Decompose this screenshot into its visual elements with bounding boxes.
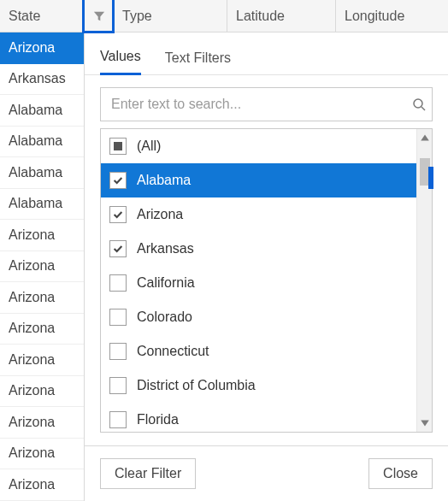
checkbox[interactable] bbox=[109, 309, 127, 326]
value-label: Alabama bbox=[137, 173, 408, 188]
grid-header-row: State Type Latitude Longitude bbox=[0, 0, 448, 32]
state-cell[interactable]: Alabama bbox=[0, 189, 84, 221]
search-icon[interactable] bbox=[412, 97, 426, 111]
checkbox[interactable] bbox=[109, 138, 127, 155]
app-root: State Type Latitude Longitude ArizonaArk… bbox=[0, 0, 448, 501]
column-header-longitude[interactable]: Longitude bbox=[336, 0, 448, 32]
column-header-label: State bbox=[9, 9, 40, 24]
value-label: (All) bbox=[137, 139, 408, 154]
check-icon bbox=[112, 243, 124, 255]
value-label: Arkansas bbox=[137, 241, 408, 256]
state-cell-label: Arizona bbox=[9, 40, 55, 56]
state-cell[interactable]: Alabama bbox=[0, 127, 84, 158]
checkbox[interactable] bbox=[109, 377, 127, 394]
state-cell-label: Arizona bbox=[9, 258, 55, 274]
tab-label: Text Filters bbox=[165, 50, 231, 65]
value-label: Colorado bbox=[137, 309, 408, 325]
state-cell[interactable]: Arizona bbox=[0, 32, 84, 64]
column-header-latitude[interactable]: Latitude bbox=[227, 0, 336, 32]
value-row[interactable]: Arizona bbox=[101, 197, 416, 232]
button-label: Close bbox=[383, 466, 418, 480]
state-cell-label: Alabama bbox=[9, 103, 62, 118]
funnel-icon bbox=[93, 10, 105, 22]
button-label: Clear Filter bbox=[115, 466, 181, 480]
svg-line-1 bbox=[421, 107, 425, 110]
check-icon bbox=[112, 174, 124, 186]
search-input[interactable] bbox=[100, 87, 433, 121]
close-button[interactable]: Close bbox=[368, 458, 433, 489]
scroll-selection-marker bbox=[428, 167, 433, 189]
value-label: Connecticut bbox=[137, 344, 408, 359]
state-cell-label: Arizona bbox=[9, 290, 55, 305]
state-cell-label: Arizona bbox=[9, 383, 55, 398]
state-cell-label: Alabama bbox=[9, 196, 62, 211]
filter-footer: Clear Filter Close bbox=[85, 445, 448, 501]
value-label: District of Columbia bbox=[137, 378, 408, 393]
value-row-all[interactable]: (All) bbox=[101, 129, 416, 163]
filter-tabs: Values Text Filters bbox=[85, 32, 448, 75]
scroll-down-icon[interactable] bbox=[420, 418, 430, 428]
checkbox[interactable] bbox=[109, 172, 127, 189]
checkbox[interactable] bbox=[109, 206, 127, 223]
value-label: Arizona bbox=[137, 207, 408, 222]
state-column: ArizonaArkansasAlabamaAlabamaAlabamaAlab… bbox=[0, 32, 85, 501]
clear-filter-button[interactable]: Clear Filter bbox=[100, 458, 196, 489]
column-header-type[interactable]: Type bbox=[114, 0, 227, 32]
state-cell[interactable]: Arizona bbox=[0, 439, 84, 470]
value-row[interactable]: Colorado bbox=[101, 300, 416, 334]
value-row[interactable]: Alabama bbox=[101, 163, 416, 197]
values-scrollbar[interactable] bbox=[416, 129, 432, 432]
value-row[interactable]: California bbox=[101, 266, 416, 300]
state-cell[interactable]: Arizona bbox=[0, 251, 84, 283]
check-icon bbox=[112, 209, 124, 221]
state-cell-label: Arizona bbox=[9, 415, 55, 430]
tab-values[interactable]: Values bbox=[100, 49, 141, 75]
body: ArizonaArkansasAlabamaAlabamaAlabamaAlab… bbox=[0, 32, 448, 501]
value-row[interactable]: Arkansas bbox=[101, 232, 416, 266]
checkbox[interactable] bbox=[109, 411, 127, 428]
state-cell-label: Arizona bbox=[9, 352, 55, 368]
value-row[interactable]: Connecticut bbox=[101, 334, 416, 368]
checkbox[interactable] bbox=[109, 240, 127, 257]
column-filter-button[interactable] bbox=[85, 0, 114, 32]
state-cell-label: Arizona bbox=[9, 227, 55, 243]
value-label: California bbox=[137, 275, 408, 291]
state-cell-label: Arizona bbox=[9, 445, 55, 461]
search-wrap bbox=[85, 75, 448, 128]
values-list: (All)AlabamaArizonaArkansasCaliforniaCol… bbox=[101, 129, 416, 432]
state-cell[interactable]: Alabama bbox=[0, 157, 84, 189]
values-list-container: (All)AlabamaArizonaArkansasCaliforniaCol… bbox=[100, 128, 433, 433]
state-cell[interactable]: Arizona bbox=[0, 345, 84, 376]
state-cell[interactable]: Arizona bbox=[0, 376, 84, 408]
value-row[interactable]: Florida bbox=[101, 403, 416, 432]
state-cell-label: Alabama bbox=[9, 133, 62, 149]
checkbox[interactable] bbox=[109, 274, 127, 292]
state-cell-label: Arizona bbox=[9, 321, 55, 336]
value-row[interactable]: District of Columbia bbox=[101, 368, 416, 403]
column-header-label: Longitude bbox=[345, 9, 404, 24]
state-cell[interactable]: Arkansas bbox=[0, 64, 84, 96]
state-cell[interactable]: Arizona bbox=[0, 407, 84, 439]
value-label: Florida bbox=[137, 412, 408, 427]
column-header-label: Type bbox=[122, 9, 152, 24]
tab-text-filters[interactable]: Text Filters bbox=[165, 50, 231, 74]
state-cell[interactable]: Alabama bbox=[0, 95, 84, 127]
state-cell-label: Arkansas bbox=[9, 71, 66, 86]
state-cell[interactable]: Arizona bbox=[0, 220, 84, 251]
svg-point-0 bbox=[414, 99, 422, 108]
scroll-up-icon[interactable] bbox=[420, 133, 430, 143]
column-header-state[interactable]: State bbox=[0, 0, 85, 32]
search-box bbox=[100, 87, 433, 121]
filter-panel: Values Text Filters (All)AlabamaArizonaA… bbox=[85, 32, 448, 501]
state-cell[interactable]: Arizona bbox=[0, 282, 84, 314]
column-header-label: Latitude bbox=[236, 9, 285, 24]
state-cell[interactable]: Arizona bbox=[0, 314, 84, 345]
state-cell-label: Arizona bbox=[9, 477, 55, 492]
checkbox[interactable] bbox=[109, 343, 127, 360]
tab-label: Values bbox=[100, 49, 141, 63]
state-cell-label: Alabama bbox=[9, 165, 62, 180]
state-cell[interactable]: Arizona bbox=[0, 469, 84, 501]
